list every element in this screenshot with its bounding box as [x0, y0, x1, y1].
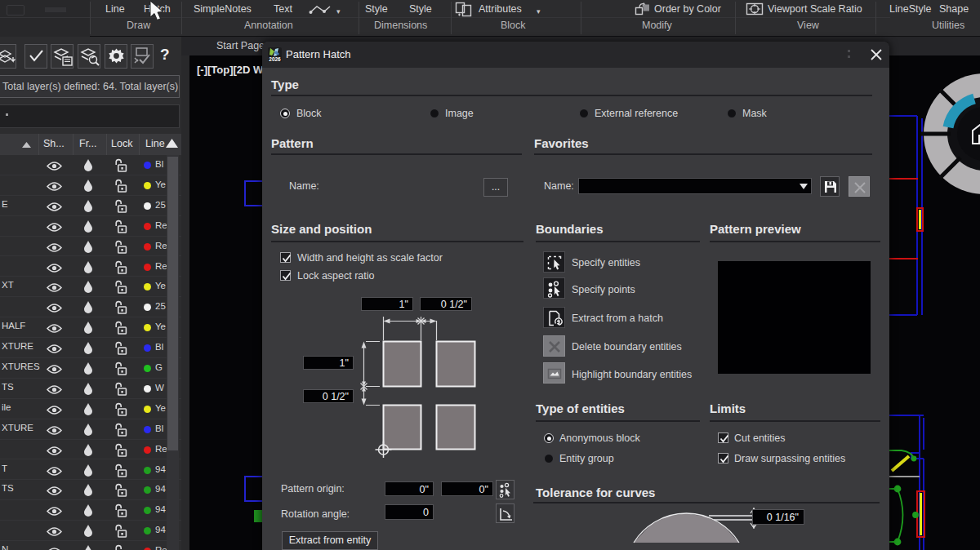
svg-text:2026: 2026 [269, 56, 281, 62]
